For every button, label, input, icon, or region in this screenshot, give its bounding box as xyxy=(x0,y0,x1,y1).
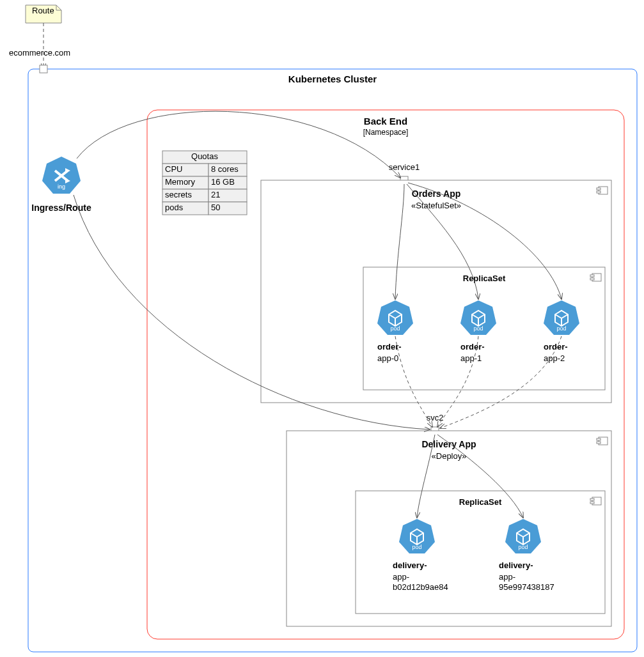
cluster-port xyxy=(40,65,47,73)
external-domain: ecommerce.com xyxy=(9,48,70,58)
svg-rect-14 xyxy=(597,188,601,190)
svg-rect-15 xyxy=(597,191,601,193)
pod2-name2: app-2 xyxy=(544,353,565,363)
svg-rect-18 xyxy=(590,278,594,280)
component-icon xyxy=(590,274,601,281)
quotas-header: Quotas xyxy=(191,151,218,161)
quotas-v3: 50 xyxy=(211,203,220,212)
quotas-k3: pods xyxy=(165,203,184,212)
cluster-title: Kubernetes Cluster xyxy=(288,73,377,84)
namespace-title: Back End xyxy=(364,116,407,127)
quotas-v1: 16 GB xyxy=(211,177,235,187)
pod0-name2: app-0 xyxy=(377,353,398,363)
route-note-label: Route xyxy=(32,6,54,15)
component-icon xyxy=(590,497,601,505)
dpod1-n1: delivery- xyxy=(499,560,533,570)
orders-app-title: Orders App xyxy=(412,189,461,199)
svg-rect-42 xyxy=(590,502,594,504)
delivery-replicaset-title: ReplicaSet xyxy=(459,497,502,507)
ingress-label: Ingress/Route xyxy=(31,203,91,213)
dpod1-n3: 95e997438187 xyxy=(499,582,554,592)
svg-rect-38 xyxy=(597,438,601,440)
pod1-name2: app-1 xyxy=(460,353,482,363)
svg-text:pod: pod xyxy=(390,325,400,332)
svg-rect-41 xyxy=(590,499,594,500)
dpod1-n2: app- xyxy=(499,572,515,582)
dpod0-n3: b02d12b9ae84 xyxy=(393,582,448,592)
svg-text:pod: pod xyxy=(518,544,528,550)
diagram-canvas: Route ecommerce.com Kubernetes Cluster i… xyxy=(0,0,644,657)
pod2-name1: order- xyxy=(544,342,568,352)
route-note: Route xyxy=(26,5,61,23)
orders-replicaset-title: ReplicaSet xyxy=(463,274,506,283)
component-icon xyxy=(597,437,608,445)
ingress-node: ing xyxy=(42,157,81,194)
quotas-v2: 21 xyxy=(211,190,220,199)
dpod0-n1: delivery- xyxy=(393,560,427,570)
dpod0-n2: app- xyxy=(393,572,409,582)
orders-app-stereotype: «StatefulSet» xyxy=(411,201,461,210)
quotas-k1: Memory xyxy=(165,177,195,187)
svg-rect-39 xyxy=(597,442,601,444)
svg-text:pod: pod xyxy=(556,325,566,332)
quotas-v0: 8 cores xyxy=(211,164,239,174)
component-icon xyxy=(597,187,608,194)
svg-text:pod: pod xyxy=(473,325,483,332)
pod1-name1: order- xyxy=(460,342,485,352)
quotas-k0: CPU xyxy=(165,164,182,174)
ingress-tag: ing xyxy=(58,183,65,190)
quotas-table: Quotas CPU 8 cores Memory 16 GB secrets … xyxy=(162,151,247,215)
svg-rect-17 xyxy=(590,275,594,277)
delivery-app-title: Delivery App xyxy=(421,439,476,449)
quotas-k2: secrets xyxy=(165,190,192,199)
svg-text:pod: pod xyxy=(412,544,421,550)
namespace-subtitle: [Namespace] xyxy=(363,128,409,137)
delivery-replicaset-box xyxy=(356,491,605,614)
